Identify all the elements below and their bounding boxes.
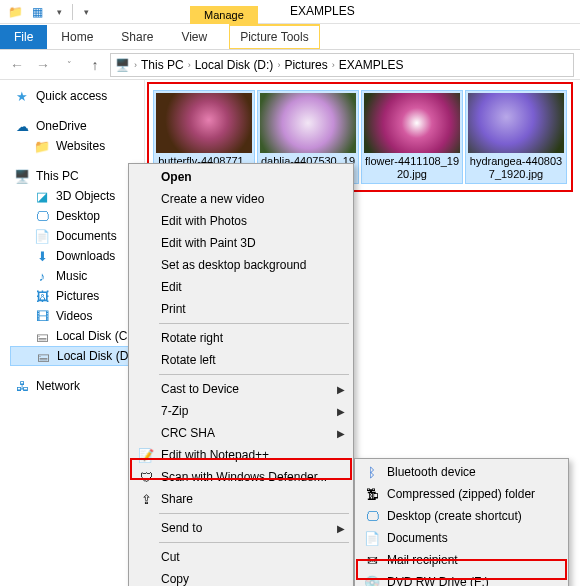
menu-label: 7-Zip (161, 404, 188, 418)
menu-cast-to-device[interactable]: Cast to Device▶ (131, 378, 351, 400)
monitor-icon: 🖥️ (14, 168, 30, 184)
navigation-pane: ★Quick access ☁OneDrive 📁Websites 🖥️This… (0, 80, 145, 586)
menu-label: Copy (161, 572, 189, 586)
share-icon: ⇪ (137, 492, 155, 507)
menu-open[interactable]: Open (131, 166, 351, 188)
nav-network[interactable]: 🖧Network (10, 376, 144, 396)
context-tab-manage[interactable]: Manage (190, 6, 258, 24)
menu-scan-defender[interactable]: 🛡Scan with Windows Defender... (131, 466, 351, 488)
menu-label: Rotate right (161, 331, 223, 345)
menu-label: Send to (161, 521, 202, 535)
document-icon: 📄 (34, 228, 50, 244)
cube-icon: ◪ (34, 188, 50, 204)
chevron-right-icon: › (275, 60, 282, 70)
menu-label: Edit (161, 280, 182, 294)
menu-edit-with-photos[interactable]: Edit with Photos (131, 210, 351, 232)
menu-label: Create a new video (161, 192, 264, 206)
menu-rotate-right[interactable]: Rotate right (131, 327, 351, 349)
nav-downloads[interactable]: ⬇Downloads (10, 246, 144, 266)
tab-share[interactable]: Share (107, 25, 167, 49)
qat-dropdown-icon[interactable]: ▾ (48, 2, 70, 22)
folder-icon: 📁 (34, 138, 50, 154)
menu-7zip[interactable]: 7-Zip▶ (131, 400, 351, 422)
nav-desktop[interactable]: 🖵Desktop (10, 206, 144, 226)
breadcrumb-seg2[interactable]: Pictures (284, 58, 327, 72)
tab-picture-tools[interactable]: Picture Tools (229, 24, 319, 49)
menu-separator (159, 323, 349, 324)
nav-music[interactable]: ♪Music (10, 266, 144, 286)
menu-copy[interactable]: Copy (131, 568, 351, 586)
menu-cut[interactable]: Cut (131, 546, 351, 568)
nav-onedrive[interactable]: ☁OneDrive (10, 116, 144, 136)
nav-3d-objects[interactable]: ◪3D Objects (10, 186, 144, 206)
nav-local-disk-d[interactable]: 🖴Local Disk (D:) (10, 346, 144, 366)
chevron-right-icon: ▶ (337, 406, 345, 417)
desktop-icon: 🖵 (363, 509, 381, 524)
star-icon: ★ (14, 88, 30, 104)
nav-this-pc[interactable]: 🖥️This PC (10, 166, 144, 186)
thumbnail (260, 93, 356, 153)
folder-icon[interactable]: 📁 (4, 2, 26, 22)
nav-local-disk-c[interactable]: 🖴Local Disk (C:) (10, 326, 144, 346)
menu-label: Open (161, 170, 192, 184)
menu-edit-paint3d[interactable]: Edit with Paint 3D (131, 232, 351, 254)
menu-label: Edit with Notepad++ (161, 448, 269, 462)
menu-label: Print (161, 302, 186, 316)
menu-set-desktop-bg[interactable]: Set as desktop background (131, 254, 351, 276)
menu-label: Edit with Photos (161, 214, 247, 228)
sendto-mail[interactable]: ✉Mail recipient (357, 549, 566, 571)
tab-file[interactable]: File (0, 25, 47, 49)
mail-icon: ✉ (363, 553, 381, 568)
menu-separator (159, 374, 349, 375)
nav-label: Documents (56, 229, 117, 243)
up-button[interactable]: ↑ (84, 54, 106, 76)
chevron-right-icon: ▶ (337, 523, 345, 534)
thumbnail (156, 93, 252, 153)
tab-home[interactable]: Home (47, 25, 107, 49)
properties-icon[interactable]: ▦ (26, 2, 48, 22)
file-name: flower-4411108_1920.jpg (364, 155, 460, 181)
sendto-desktop[interactable]: 🖵Desktop (create shortcut) (357, 505, 566, 527)
forward-button[interactable]: → (32, 54, 54, 76)
menu-label: Cut (161, 550, 180, 564)
menu-label: Scan with Windows Defender... (161, 470, 327, 484)
nav-quick-access[interactable]: ★Quick access (10, 86, 144, 106)
breadcrumb-seg1[interactable]: Local Disk (D:) (195, 58, 274, 72)
back-button[interactable]: ← (6, 54, 28, 76)
chevron-right-icon: ▶ (337, 428, 345, 439)
menu-create-new-video[interactable]: Create a new video (131, 188, 351, 210)
breadcrumb-seg3[interactable]: EXAMPLES (339, 58, 404, 72)
download-icon: ⬇ (34, 248, 50, 264)
menu-label: Desktop (create shortcut) (387, 509, 522, 523)
qat-overflow-icon[interactable]: ▾ (75, 2, 97, 22)
menu-crc-sha[interactable]: CRC SHA▶ (131, 422, 351, 444)
nav-pictures[interactable]: 🖼Pictures (10, 286, 144, 306)
window-title: EXAMPLES (290, 4, 355, 18)
menu-share[interactable]: ⇪Share (131, 488, 351, 510)
file-item[interactable]: hydrangea-4408037_1920.jpg (465, 90, 567, 184)
tab-view[interactable]: View (167, 25, 221, 49)
sendto-dvd-drive[interactable]: 💿DVD RW Drive (F:) (357, 571, 566, 586)
zip-icon: 🗜 (363, 487, 381, 502)
sendto-compressed[interactable]: 🗜Compressed (zipped) folder (357, 483, 566, 505)
sendto-submenu: ᛒBluetooth device 🗜Compressed (zipped) f… (354, 458, 569, 586)
menu-edit-notepadpp[interactable]: 📝Edit with Notepad++ (131, 444, 351, 466)
menu-edit[interactable]: Edit (131, 276, 351, 298)
menu-send-to[interactable]: Send to▶ (131, 517, 351, 539)
recent-dropdown-icon[interactable]: ˅ (58, 54, 80, 76)
breadcrumb[interactable]: 🖥️ › This PC › Local Disk (D:) › Picture… (110, 53, 574, 77)
file-item[interactable]: flower-4411108_1920.jpg (361, 90, 463, 184)
nav-documents[interactable]: 📄Documents (10, 226, 144, 246)
breadcrumb-root[interactable]: This PC (141, 58, 184, 72)
disc-icon: 💿 (363, 575, 381, 587)
shield-icon: 🛡 (137, 470, 155, 485)
sendto-documents[interactable]: 📄Documents (357, 527, 566, 549)
nav-label: Quick access (36, 89, 107, 103)
chevron-right-icon: › (186, 60, 193, 70)
nav-videos[interactable]: 🎞Videos (10, 306, 144, 326)
nav-websites[interactable]: 📁Websites (10, 136, 144, 156)
menu-print[interactable]: Print (131, 298, 351, 320)
menu-rotate-left[interactable]: Rotate left (131, 349, 351, 371)
sendto-bluetooth[interactable]: ᛒBluetooth device (357, 461, 566, 483)
music-icon: ♪ (34, 268, 50, 284)
